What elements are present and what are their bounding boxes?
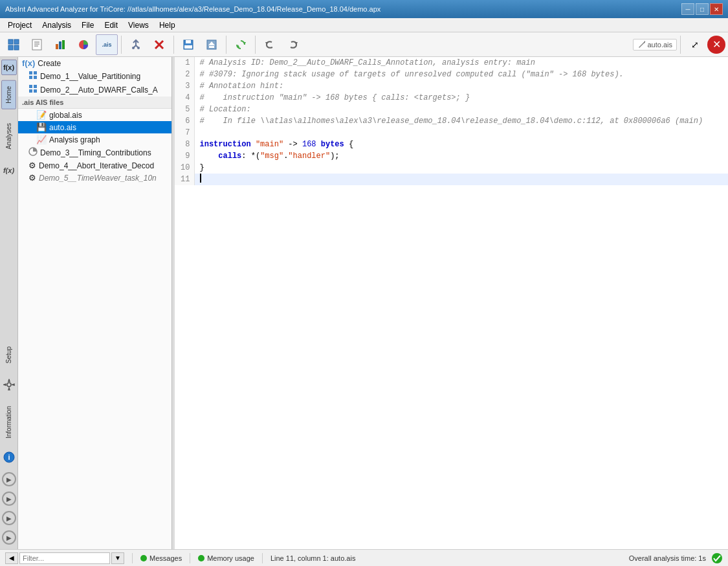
- play-btn-1[interactable]: ▶: [2, 472, 16, 486]
- nav-info-icon[interactable]: i: [1, 449, 17, 465]
- toolbar-pie[interactable]: [72, 34, 94, 55]
- overall-label: Overall analysis time: 1s: [629, 554, 706, 562]
- play-btn-2[interactable]: ▶: [2, 492, 16, 506]
- toolbar-doc-view[interactable]: [26, 34, 48, 55]
- tree-demo4[interactable]: ⚙ Demo_4__Abort_Iterative_Decod: [18, 159, 171, 172]
- play-btn-4[interactable]: ▶: [2, 530, 16, 545]
- tree-demo1[interactable]: Demo_1__Value_Partitioning: [18, 69, 171, 83]
- auto-ais-icon: 💾: [36, 122, 47, 132]
- line-num-7: 7: [175, 127, 194, 139]
- stop-icon: [153, 39, 165, 51]
- status-sep-2: [190, 553, 190, 563]
- code-line-5: 5 # Location:: [175, 104, 728, 115]
- line-code-9: calls: *("msg"."handler");: [194, 150, 728, 162]
- nav-fx[interactable]: f(x): [1, 163, 17, 178]
- code-table: 1 # Analysis ID: Demo_2__Auto_DWARF_Call…: [175, 57, 728, 185]
- svg-point-12: [132, 47, 135, 49]
- menu-analysis[interactable]: Analysis: [37, 19, 76, 31]
- menu-views[interactable]: Views: [123, 19, 154, 31]
- tree-auto-ais[interactable]: 💾 auto.ais: [18, 121, 171, 133]
- toolbar-undo[interactable]: [259, 34, 281, 55]
- line-code-1: # Analysis ID: Demo_2__Auto_DWARF_Calls_…: [194, 57, 728, 69]
- code-line-1: 1 # Analysis ID: Demo_2__Auto_DWARF_Call…: [175, 57, 728, 69]
- line-num-9: 9: [175, 150, 194, 162]
- line-code-7: [194, 127, 728, 139]
- memory-dot: [198, 555, 204, 561]
- filter-input[interactable]: [19, 552, 110, 564]
- minimize-button[interactable]: ─: [681, 3, 694, 15]
- line-code-10: }: [194, 162, 728, 174]
- toolbar-save[interactable]: [177, 34, 199, 55]
- messages-section[interactable]: Messages: [140, 554, 182, 562]
- code-line-6: 6 # In file \\atlas\allhomes\alex\a3\rel…: [175, 115, 728, 127]
- ais-filename: auto.ais: [647, 41, 672, 49]
- code-line-2: 2 # #3079: Ignoring stack usage of targe…: [175, 69, 728, 80]
- code-editor[interactable]: 1 # Analysis ID: Demo_2__Auto_DWARF_Call…: [175, 57, 728, 549]
- global-ais-icon: 📝: [36, 110, 47, 120]
- info-icon: i: [3, 451, 15, 463]
- demo5-label: Demo_5__TimeWeaver_task_10n: [39, 174, 157, 183]
- global-ais-label: global.ais: [49, 111, 82, 120]
- line-num-8: 8: [175, 139, 194, 150]
- window-close-button[interactable]: ✕: [710, 3, 723, 15]
- toolbar-grid-view[interactable]: [3, 34, 25, 55]
- nav-setup[interactable]: Setup: [1, 341, 16, 369]
- save-alt-icon: [206, 39, 217, 51]
- toolbar-ais[interactable]: .ais: [96, 34, 118, 55]
- svg-rect-32: [34, 85, 37, 88]
- toolbar-redo[interactable]: [282, 34, 304, 55]
- tree-analysis-graph[interactable]: 📈 Analysis graph: [18, 133, 171, 146]
- status-sep-3: [262, 553, 263, 563]
- memory-section[interactable]: Memory usage: [198, 554, 254, 562]
- left-nav: f(x) Home Analyses f(x) Setup Informatio…: [0, 57, 18, 549]
- cursor: [200, 174, 206, 183]
- maximize-button[interactable]: □: [696, 3, 709, 15]
- tree-content: f(x) Create Demo_1__Value_Partitioning D…: [18, 57, 171, 549]
- tree-container: f(x) Create Demo_1__Value_Partitioning D…: [18, 57, 172, 549]
- code-line-9: 9 calls: *("msg"."handler");: [175, 150, 728, 162]
- code-line-10: 10 }: [175, 162, 728, 174]
- filter-prev-button[interactable]: ◀: [5, 552, 18, 564]
- tree-demo2[interactable]: Demo_2__Auto_DWARF_Calls_A: [18, 83, 171, 96]
- create-button[interactable]: f(x) Create: [18, 57, 171, 69]
- toolbar-fullscreen[interactable]: ⤢: [684, 34, 706, 55]
- svg-rect-21: [209, 46, 214, 48]
- filter-dropdown-button[interactable]: ▼: [111, 552, 124, 564]
- nav-gear[interactable]: [1, 377, 17, 392]
- nav-information[interactable]: Information: [1, 400, 16, 444]
- menu-help[interactable]: Help: [154, 19, 181, 31]
- demo4-label: Demo_4__Abort_Iterative_Decod: [39, 161, 154, 170]
- nav-analyses[interactable]: Analyses: [1, 117, 16, 155]
- overall-time-section: Overall analysis time: 1s: [629, 554, 706, 562]
- menu-file[interactable]: File: [76, 19, 99, 31]
- menu-edit[interactable]: Edit: [99, 19, 123, 31]
- create-icon: f(x): [22, 58, 35, 68]
- toolbar-analysis[interactable]: [49, 34, 71, 55]
- memory-label: Memory usage: [207, 554, 254, 562]
- line-code-2: # #3079: Ignoring stack usage of targets…: [194, 69, 728, 80]
- toolbar-refresh[interactable]: [230, 34, 252, 55]
- tree-demo5[interactable]: ⚙ Demo_5__TimeWeaver_task_10n: [18, 172, 171, 184]
- svg-rect-29: [29, 76, 32, 79]
- save-icon: [182, 39, 194, 51]
- tree-demo3[interactable]: Demo_3__Timing_Contributions: [18, 146, 171, 159]
- svg-text:i: i: [8, 453, 10, 461]
- line-num-5: 5: [175, 104, 194, 115]
- play-btn-3[interactable]: ▶: [2, 511, 16, 525]
- toolbar-stop[interactable]: [148, 34, 170, 55]
- analysis-graph-label: Analysis graph: [49, 135, 100, 144]
- toolbar-close[interactable]: ✕: [707, 36, 725, 54]
- pie-icon: [78, 39, 89, 51]
- toolbar-fork[interactable]: [125, 34, 147, 55]
- nav-home[interactable]: f(x): [1, 60, 17, 75]
- toolbar-save-alt[interactable]: [201, 34, 223, 55]
- refresh-icon: [235, 39, 247, 51]
- svg-rect-0: [8, 40, 13, 44]
- fork-icon: [130, 39, 142, 51]
- demo1-icon: [28, 71, 38, 82]
- tree-global-ais[interactable]: 📝 global.ais: [18, 109, 171, 121]
- nav-home-label[interactable]: Home: [1, 80, 16, 109]
- menu-project[interactable]: Project: [3, 19, 37, 31]
- line-num-2: 2: [175, 69, 194, 80]
- demo1-label: Demo_1__Value_Partitioning: [40, 72, 140, 81]
